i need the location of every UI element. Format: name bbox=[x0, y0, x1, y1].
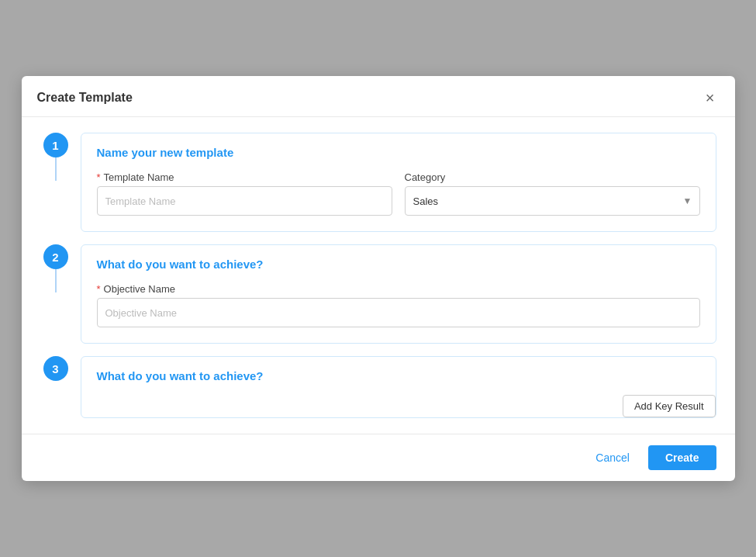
category-group: Category Sales Marketing Engineering HR … bbox=[405, 171, 700, 216]
template-name-required: * bbox=[97, 171, 101, 183]
close-button[interactable]: × bbox=[701, 88, 720, 107]
objective-name-group: * Objective Name bbox=[97, 283, 700, 327]
template-name-group: * Template Name bbox=[97, 171, 392, 216]
step-2-form-row: * Objective Name bbox=[97, 283, 700, 327]
modal-title: Create Template bbox=[37, 91, 133, 105]
step-card-3: What do you want to achieve? Add Key Res… bbox=[81, 356, 716, 418]
step-line-2 bbox=[55, 269, 57, 292]
modal-header: Create Template × bbox=[22, 76, 735, 117]
step-2-title: What do you want to achieve? bbox=[97, 258, 700, 271]
step-3-title: What do you want to achieve? bbox=[97, 369, 700, 382]
step-1-title: Name your new template bbox=[97, 146, 700, 159]
step-indicator-1: 1 bbox=[40, 133, 71, 181]
objective-name-input[interactable] bbox=[97, 298, 700, 327]
modal-body: 1 Name your new template * Template Name bbox=[22, 117, 735, 434]
create-button[interactable]: Create bbox=[648, 445, 716, 470]
modal-dialog: Create Template × 1 Name your new templa… bbox=[22, 76, 735, 481]
step-row-2: 2 What do you want to achieve? * Objecti… bbox=[40, 244, 716, 344]
step-line-1 bbox=[55, 157, 57, 181]
step-indicator-3: 3 bbox=[40, 356, 71, 381]
step-circle-2: 2 bbox=[43, 244, 68, 269]
add-key-result-button[interactable]: Add Key Result bbox=[623, 395, 716, 417]
category-select[interactable]: Sales Marketing Engineering HR bbox=[405, 186, 700, 216]
category-select-wrapper: Sales Marketing Engineering HR ▼ bbox=[405, 186, 700, 216]
modal-footer: Cancel Create bbox=[22, 434, 735, 481]
step-1-form-row: * Template Name Category Sales bbox=[97, 171, 700, 216]
objective-name-required: * bbox=[97, 283, 101, 295]
step-circle-1: 1 bbox=[43, 133, 68, 157]
cancel-button[interactable]: Cancel bbox=[586, 445, 639, 470]
step-circle-3: 3 bbox=[43, 356, 68, 381]
modal-overlay: Create Template × 1 Name your new templa… bbox=[0, 0, 756, 557]
template-name-label: * Template Name bbox=[97, 171, 392, 183]
template-name-input[interactable] bbox=[97, 186, 392, 216]
step-card-2: What do you want to achieve? * Objective… bbox=[81, 244, 716, 344]
step-card-1: Name your new template * Template Name C… bbox=[81, 133, 716, 232]
step-indicator-2: 2 bbox=[40, 244, 71, 292]
step-row-3: 3 What do you want to achieve? Add Key R… bbox=[40, 356, 716, 418]
objective-name-label: * Objective Name bbox=[97, 283, 700, 295]
step-row-1: 1 Name your new template * Template Name bbox=[40, 133, 716, 232]
category-label: Category bbox=[405, 171, 700, 183]
